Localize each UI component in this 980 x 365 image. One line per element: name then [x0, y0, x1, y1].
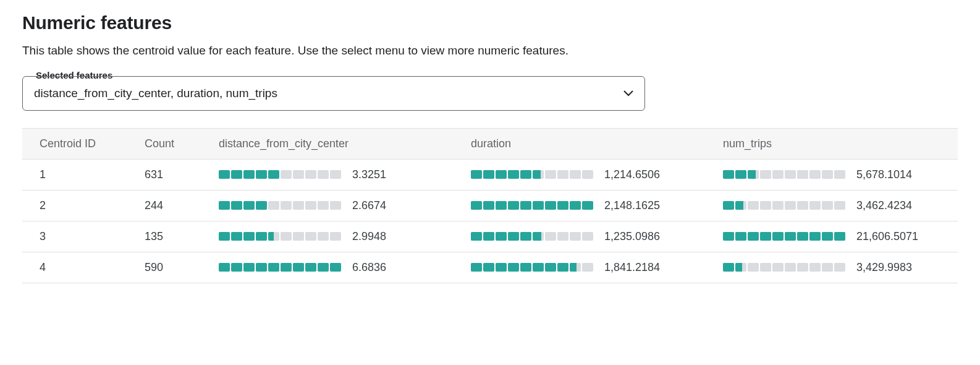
- selected-features-select[interactable]: Selected features distance_from_city_cen…: [22, 76, 645, 111]
- bar-segment: [330, 263, 341, 272]
- value-bar: [219, 232, 341, 241]
- feature-value: 5,678.1014: [856, 168, 912, 181]
- bar-segment: [570, 263, 581, 272]
- bar-segment: [471, 232, 482, 241]
- bar-segment: [305, 170, 316, 179]
- value-bar: [471, 201, 593, 210]
- cell-feature: 3.3251: [201, 159, 454, 190]
- bar-segment: [557, 201, 568, 210]
- cell-centroid-id: 1: [22, 159, 127, 190]
- bar-segment: [471, 263, 482, 272]
- bar-segment: [496, 170, 507, 179]
- bar-segment: [293, 232, 304, 241]
- feature-value: 1,235.0986: [604, 230, 660, 243]
- cell-feature: 1,235.0986: [454, 221, 706, 252]
- bar-segment: [545, 170, 556, 179]
- bar-segment: [785, 232, 796, 241]
- bar-segment: [520, 170, 531, 179]
- bar-segment: [785, 201, 796, 210]
- bar-segment: [305, 201, 316, 210]
- bar-segment: [760, 201, 771, 210]
- bar-segment: [293, 201, 304, 210]
- col-centroid-id: Centroid ID: [22, 128, 127, 159]
- bar-segment: [281, 201, 292, 210]
- bar-segment: [330, 170, 341, 179]
- bar-segment: [582, 170, 593, 179]
- bar-segment: [735, 170, 746, 179]
- col-feature-0: distance_from_city_center: [201, 128, 454, 159]
- cell-count: 244: [127, 190, 201, 221]
- bar-segment: [281, 232, 292, 241]
- bar-segment: [231, 201, 242, 210]
- bar-segment: [268, 201, 279, 210]
- cell-feature: 2,148.1625: [454, 190, 706, 221]
- bar-segment: [318, 201, 329, 210]
- bar-segment: [748, 232, 759, 241]
- bar-segment: [533, 170, 544, 179]
- feature-value: 2,148.1625: [604, 199, 660, 212]
- bar-segment: [582, 263, 593, 272]
- value-bar: [723, 263, 845, 272]
- cell-feature: 2.6674: [201, 190, 454, 221]
- bar-segment: [772, 232, 784, 241]
- table-row: 16313.32511,214.65065,678.1014: [22, 159, 958, 190]
- bar-segment: [256, 170, 267, 179]
- value-bar: [471, 170, 593, 179]
- bar-segment: [243, 263, 255, 272]
- bar-segment: [471, 170, 482, 179]
- centroid-table: Centroid ID Count distance_from_city_cen…: [22, 128, 958, 283]
- cell-centroid-id: 3: [22, 221, 127, 252]
- table-row: 45906.68361,841.21843,429.9983: [22, 252, 958, 283]
- cell-feature: 3,462.4234: [706, 190, 958, 221]
- value-bar: [723, 201, 845, 210]
- value-bar: [723, 170, 845, 179]
- value-bar: [723, 232, 845, 241]
- bar-segment: [822, 232, 833, 241]
- cell-feature: 6.6836: [201, 252, 454, 283]
- bar-segment: [305, 232, 316, 241]
- value-bar: [219, 201, 341, 210]
- table-header-row: Centroid ID Count distance_from_city_cen…: [22, 128, 958, 159]
- bar-segment: [748, 170, 759, 179]
- page-description: This table shows the centroid value for …: [22, 42, 958, 60]
- feature-value: 1,214.6506: [604, 168, 660, 181]
- bar-segment: [305, 263, 316, 272]
- cell-feature: 1,841.2184: [454, 252, 706, 283]
- bar-segment: [785, 170, 796, 179]
- bar-segment: [318, 170, 329, 179]
- bar-segment: [772, 201, 784, 210]
- value-bar: [471, 263, 593, 272]
- bar-segment: [735, 232, 746, 241]
- bar-segment: [533, 201, 544, 210]
- bar-segment: [797, 263, 808, 272]
- bar-segment: [520, 201, 531, 210]
- bar-segment: [545, 232, 556, 241]
- table-row: 31352.99481,235.098621,606.5071: [22, 221, 958, 252]
- cell-centroid-id: 2: [22, 190, 127, 221]
- bar-segment: [483, 263, 494, 272]
- bar-segment: [545, 201, 556, 210]
- select-value: distance_from_city_center, duration, num…: [34, 87, 277, 100]
- bar-segment: [809, 170, 821, 179]
- bar-segment: [834, 201, 845, 210]
- cell-count: 631: [127, 159, 201, 190]
- bar-segment: [748, 263, 759, 272]
- bar-segment: [809, 232, 821, 241]
- feature-value: 1,841.2184: [604, 261, 660, 274]
- bar-segment: [508, 201, 519, 210]
- bar-segment: [557, 170, 568, 179]
- bar-segment: [508, 263, 519, 272]
- cell-feature: 5,678.1014: [706, 159, 958, 190]
- bar-segment: [483, 201, 494, 210]
- bar-segment: [256, 232, 267, 241]
- bar-segment: [545, 263, 556, 272]
- bar-segment: [809, 263, 821, 272]
- bar-segment: [723, 232, 734, 241]
- bar-segment: [557, 263, 568, 272]
- cell-feature: 2.9948: [201, 221, 454, 252]
- bar-segment: [723, 201, 734, 210]
- bar-segment: [318, 263, 329, 272]
- bar-segment: [760, 263, 771, 272]
- table-row: 22442.66742,148.16253,462.4234: [22, 190, 958, 221]
- bar-segment: [483, 170, 494, 179]
